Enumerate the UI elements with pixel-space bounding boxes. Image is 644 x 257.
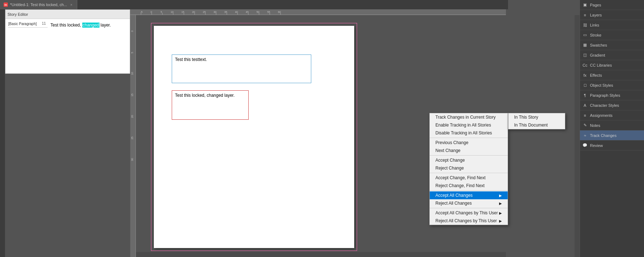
svg-rect-30 bbox=[130, 15, 136, 257]
panel-item-label-swatches: Swatches bbox=[590, 43, 607, 47]
notes-icon: ✎ bbox=[582, 123, 588, 128]
menu-item-disable-tracking[interactable]: Disable Tracking in All Stories bbox=[430, 129, 508, 137]
panel-item-label-pages: Pages bbox=[590, 3, 601, 7]
menu-item-enable-tracking[interactable]: Enable Tracking in All Stories bbox=[430, 121, 508, 129]
panel-item-label-object-styles: Object Styles bbox=[590, 83, 613, 87]
panel-item-pages[interactable]: ▣ Pages bbox=[580, 0, 644, 10]
menu-item-label-accept-change-find-next: Accept Change, Find Next bbox=[435, 175, 486, 180]
submenu-arrow-reject-all-by-user: ▶ bbox=[499, 219, 502, 223]
text-frame-2[interactable]: Test this locked, changed layer. bbox=[172, 90, 249, 120]
panel-item-review[interactable]: 💬 Review bbox=[580, 141, 644, 151]
menu-item-label-enable-tracking: Enable Tracking in All Stories bbox=[435, 123, 491, 128]
layers-icon: ≡ bbox=[582, 12, 588, 18]
menu-item-reject-all-by-user[interactable]: Reject All Changes by This User ▶ bbox=[430, 217, 508, 225]
tab-close-button[interactable]: × bbox=[69, 3, 73, 7]
menu-separator bbox=[430, 155, 508, 156]
svg-text:15: 15 bbox=[181, 11, 184, 13]
menu-item-next-change[interactable]: Next Change bbox=[430, 147, 508, 154]
submenu-item-label-in-this-story: In This Story bbox=[514, 115, 538, 120]
story-editor-content: [Basic Paragraph] 11 Test this locked, c… bbox=[5, 19, 130, 30]
text-frame-2-text: Test this locked, changed layer. bbox=[175, 93, 235, 98]
submenu-item-in-this-story[interactable]: In This Story bbox=[508, 113, 565, 121]
stroke-icon: ▭ bbox=[582, 32, 588, 38]
menu-item-label-reject-all-by-user: Reject All Changes by This User bbox=[435, 218, 497, 223]
panel-item-label-layers: Layers bbox=[590, 13, 602, 17]
panel-item-assignments[interactable]: ≡ Assignments bbox=[580, 110, 644, 120]
text-frame-1-text: Test this testtext. bbox=[175, 57, 207, 62]
panel-item-links[interactable]: ⛓ Links bbox=[580, 20, 644, 30]
swatches-icon: ▦ bbox=[582, 42, 588, 48]
svg-text:25: 25 bbox=[203, 11, 206, 13]
gradient-icon: ◫ bbox=[582, 52, 588, 58]
menu-item-reject-all-changes[interactable]: Reject All Changes ▶ bbox=[430, 199, 508, 207]
menu-separator bbox=[430, 190, 508, 191]
menu-item-reject-change-find-next[interactable]: Reject Change, Find Next bbox=[430, 182, 508, 190]
text-frame-1[interactable]: Test this testtext. bbox=[172, 54, 311, 83]
character-styles-icon: A bbox=[582, 103, 588, 108]
panel-item-label-character-styles: Character Styles bbox=[590, 103, 619, 108]
panel-item-label-links: Links bbox=[590, 23, 599, 27]
left-toolbar bbox=[0, 9, 5, 257]
story-text-after: layer. bbox=[99, 23, 111, 28]
style-indent: 11 bbox=[42, 22, 46, 25]
svg-text:35: 35 bbox=[224, 11, 227, 13]
story-text-before: Test this locked, bbox=[50, 23, 82, 28]
document-tab[interactable]: In *Untitled-1: Test this locked, ch... … bbox=[0, 0, 77, 9]
panel-item-layers[interactable]: ≡ Layers bbox=[580, 10, 644, 20]
effects-icon: fx bbox=[582, 72, 588, 78]
submenu-arrow-accept-all-by-user: ▶ bbox=[499, 211, 502, 215]
tab-bar: In *Untitled-1: Test this locked, ch... … bbox=[0, 0, 508, 9]
menu-item-label-previous-change: Previous Change bbox=[435, 140, 468, 145]
menu-separator bbox=[430, 138, 508, 138]
panel-item-label-cc-libraries: CC Libraries bbox=[590, 63, 612, 67]
ruler-top: // rendered via SVG inline below -5 0 5 … bbox=[130, 9, 506, 15]
tab-app-icon: In bbox=[4, 3, 8, 7]
svg-text:20: 20 bbox=[192, 11, 195, 13]
svg-text:10: 10 bbox=[171, 11, 174, 13]
svg-text:15: 15 bbox=[131, 94, 133, 96]
menu-item-accept-all-by-user[interactable]: Accept All Changes by This User ▶ bbox=[430, 209, 508, 217]
ruler-left: 0 5 10 15 20 25 30 bbox=[130, 15, 136, 257]
svg-text:10: 10 bbox=[131, 72, 133, 75]
menu-item-accept-all-changes[interactable]: Accept All Changes ▶ bbox=[430, 191, 508, 199]
menu-item-reject-change[interactable]: Reject Change bbox=[430, 164, 508, 172]
svg-text:30: 30 bbox=[214, 11, 216, 13]
menu-item-label-reject-change: Reject Change bbox=[435, 166, 464, 171]
panel-item-effects[interactable]: fx Effects bbox=[580, 70, 644, 80]
panel-item-character-styles[interactable]: A Character Styles bbox=[580, 100, 644, 110]
panel-item-paragraph-styles[interactable]: ¶ Paragraph Styles bbox=[580, 90, 644, 100]
object-styles-icon: ◻ bbox=[582, 82, 588, 88]
panel-item-track-changes[interactable]: ≈ Track Changes bbox=[580, 130, 644, 141]
review-icon: 💬 bbox=[582, 143, 588, 148]
submenu-item-in-this-document[interactable]: In This Document bbox=[508, 121, 565, 129]
panel-item-label-paragraph-styles: Paragraph Styles bbox=[590, 93, 620, 97]
panel-item-gradient[interactable]: ◫ Gradient bbox=[580, 50, 644, 60]
vertical-scrollbar[interactable] bbox=[575, 15, 580, 257]
submenu-arrow-reject-all-changes: ▶ bbox=[499, 201, 502, 205]
story-text-highlight: changed bbox=[82, 23, 99, 28]
panel-item-label-gradient: Gradient bbox=[590, 53, 605, 57]
panel-item-cc-libraries[interactable]: Cc CC Libraries bbox=[580, 60, 644, 70]
panel-item-swatches[interactable]: ▦ Swatches bbox=[580, 40, 644, 50]
menu-item-track-changes-current[interactable]: Track Changes in Current Story bbox=[430, 113, 508, 121]
paragraph-styles-icon: ¶ bbox=[582, 92, 588, 98]
svg-rect-0 bbox=[130, 9, 506, 15]
links-icon: ⛓ bbox=[582, 22, 588, 28]
story-editor-toolbar: Story Editor bbox=[5, 10, 130, 19]
panel-item-stroke[interactable]: ▭ Stroke bbox=[580, 30, 644, 40]
assignments-icon: ≡ bbox=[582, 113, 588, 118]
svg-text:5: 5 bbox=[161, 11, 162, 13]
menu-item-accept-change-find-next[interactable]: Accept Change, Find Next bbox=[430, 174, 508, 182]
svg-text:-5: -5 bbox=[140, 11, 142, 13]
menu-item-previous-change[interactable]: Previous Change bbox=[430, 139, 508, 147]
panel-item-notes[interactable]: ✎ Notes bbox=[580, 120, 644, 130]
horizontal-scrollbar[interactable] bbox=[136, 252, 506, 257]
menu-item-label-accept-all-changes: Accept All Changes bbox=[435, 193, 473, 198]
menu-item-label-reject-change-find-next: Reject Change, Find Next bbox=[435, 183, 484, 188]
svg-text:20: 20 bbox=[131, 115, 133, 118]
menu-item-label-reject-all-changes: Reject All Changes bbox=[435, 201, 472, 206]
menu-separator bbox=[430, 208, 508, 208]
menu-item-accept-change[interactable]: Accept Change bbox=[430, 156, 508, 164]
panel-item-object-styles[interactable]: ◻ Object Styles bbox=[580, 80, 644, 90]
svg-text:25: 25 bbox=[131, 137, 133, 139]
